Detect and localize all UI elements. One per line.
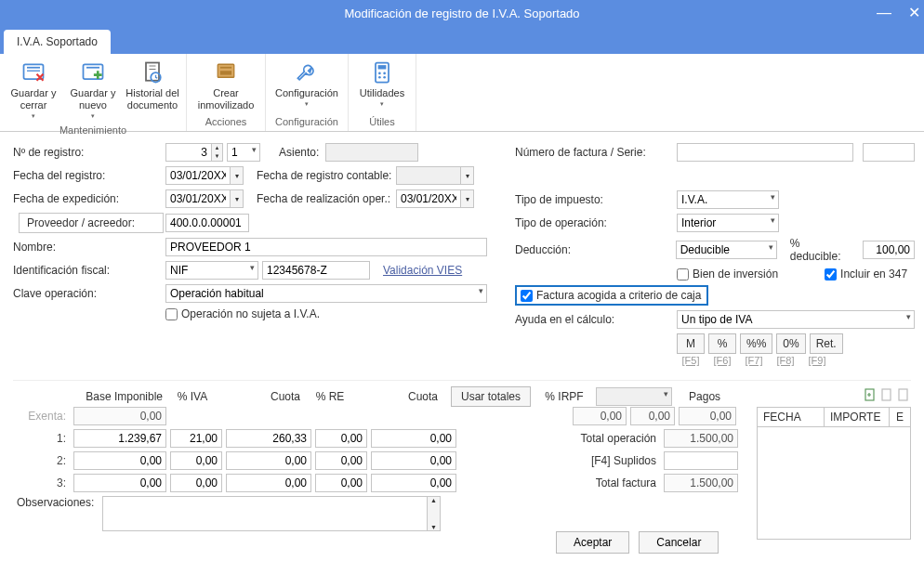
fecha-registro-date[interactable]: ▾ <box>165 166 244 185</box>
total-fact-label: Total factura <box>556 476 664 489</box>
ident-fiscal-num-input[interactable] <box>262 261 370 280</box>
add-page-icon[interactable] <box>863 387 878 402</box>
bien-inversion-checkbox[interactable]: Bien de inversión <box>677 267 778 280</box>
spin-down-icon[interactable]: ▼ <box>212 152 222 161</box>
suplidos-input[interactable] <box>664 451 738 470</box>
help-pct-button[interactable]: % <box>708 333 736 354</box>
observaciones-textarea[interactable] <box>102 496 428 531</box>
r1-cuota[interactable] <box>226 429 311 448</box>
factura-caja-checkbox[interactable]: Factura acogida a criterio de caja <box>521 289 701 302</box>
utilidades-button[interactable]: Utilidades ▾ <box>354 58 410 111</box>
n-registro-input-b[interactable] <box>227 143 260 162</box>
tipo-oper-select[interactable] <box>677 214 779 232</box>
r3-re[interactable] <box>315 474 367 492</box>
help-pctpct-button[interactable]: %% <box>740 333 772 354</box>
fecha-reg-cont-input[interactable] <box>396 166 461 185</box>
deduccion-select[interactable] <box>676 241 777 259</box>
h-irpf: % IRPF <box>538 390 590 403</box>
calculator-icon <box>369 59 395 85</box>
r1-base[interactable] <box>73 429 166 448</box>
ident-fiscal-tipo-select[interactable] <box>165 261 258 280</box>
historial-button[interactable]: Historial del documento <box>125 58 180 113</box>
aceptar-button[interactable]: Aceptar <box>556 531 629 554</box>
ribbon-group-label: Mantenimiento <box>6 123 180 137</box>
pagos-table-body[interactable] <box>758 427 910 539</box>
n-registro-label: Nº de registro: <box>13 146 165 159</box>
fecha-reg-cont-date[interactable]: ▾ <box>396 166 474 185</box>
help-m-button[interactable]: M <box>677 333 705 354</box>
incluir-347-checkbox[interactable]: Incluir en 347 <box>825 267 907 280</box>
tipo-oper-label: Tipo de operación: <box>515 216 677 229</box>
irpf-c-input <box>679 407 736 425</box>
wrench-icon <box>294 59 320 85</box>
fecha-exp-date[interactable]: ▾ <box>165 189 244 208</box>
proveedor-input[interactable] <box>165 214 249 232</box>
n-registro-input-a[interactable] <box>165 143 212 162</box>
drawer-icon <box>213 59 239 85</box>
fecha-exp-label: Fecha de expedición: <box>13 192 165 205</box>
r1-iva[interactable] <box>170 429 222 448</box>
fecha-registro-label: Fecha del registro: <box>13 169 165 182</box>
fecha-registro-input[interactable] <box>165 166 231 185</box>
r2-cuota[interactable] <box>226 451 311 470</box>
textarea-scroll-icon[interactable]: ▲▼ <box>428 496 441 531</box>
fecha-real-date[interactable]: ▾ <box>396 189 474 208</box>
usar-totales-button[interactable]: Usar totales <box>451 386 531 407</box>
calendar-drop-icon[interactable]: ▾ <box>461 189 474 208</box>
no-sujeta-checkbox[interactable]: Operación no sujeta a I.V.A. <box>165 307 320 320</box>
num-factura-input[interactable] <box>677 143 853 162</box>
validacion-vies-link[interactable]: Validación VIES <box>383 264 462 277</box>
total-oper-input <box>664 429 738 448</box>
clave-oper-select[interactable] <box>165 284 487 303</box>
r2-iva[interactable] <box>170 451 222 470</box>
irpf-type-select[interactable] <box>596 387 672 406</box>
cancelar-button[interactable]: Cancelar <box>639 531 719 554</box>
chevron-down-icon: ▾ <box>32 112 35 120</box>
tab-iva-soportado[interactable]: I.V.A. Soportado <box>4 30 111 54</box>
r1-cuota2[interactable] <box>371 429 456 448</box>
r2-base[interactable] <box>73 451 166 470</box>
r3-iva[interactable] <box>170 474 222 492</box>
asiento-input[interactable] <box>325 143 418 162</box>
pagos-e-header[interactable]: E <box>890 408 910 426</box>
n-registro-spinner[interactable]: ▲▼ <box>165 143 223 162</box>
ayuda-select[interactable] <box>677 310 915 329</box>
no-sujeta-label: Operación no sujeta a I.V.A. <box>181 307 320 320</box>
proveedor-button[interactable]: Proveedor / acreedor: <box>19 213 164 233</box>
pagos-importe-header[interactable]: IMPORTE <box>825 408 890 426</box>
help-0-button[interactable]: 0% <box>776 333 805 354</box>
r1-re[interactable] <box>315 429 367 448</box>
svg-rect-3 <box>84 64 103 79</box>
tipo-imp-select[interactable] <box>677 190 779 209</box>
guardar-cerrar-button[interactable]: Guardar y cerrar ▾ <box>6 58 61 123</box>
spin-up-icon[interactable]: ▲ <box>212 144 222 152</box>
delete-page-icon[interactable] <box>896 387 911 402</box>
configuracion-button[interactable]: Configuración ▾ <box>271 58 342 111</box>
minimize-icon[interactable]: — <box>877 0 891 26</box>
r3-cuota2[interactable] <box>371 474 456 492</box>
r2-re[interactable] <box>315 451 367 470</box>
fecha-exp-input[interactable] <box>165 189 231 208</box>
guardar-nuevo-button[interactable]: Guardar y nuevo ▾ <box>65 58 121 123</box>
exenta-base <box>73 407 166 425</box>
incluir-347-label: Incluir en 347 <box>840 267 907 280</box>
r3-base[interactable] <box>73 474 166 492</box>
serie-input[interactable] <box>863 143 915 162</box>
calendar-drop-icon[interactable]: ▾ <box>231 166 244 185</box>
r3-cuota[interactable] <box>226 474 311 492</box>
edit-page-icon[interactable] <box>879 387 894 402</box>
nombre-input[interactable] <box>165 238 487 256</box>
pagos-fecha-header[interactable]: FECHA <box>758 408 825 426</box>
fecha-real-input[interactable] <box>396 189 461 208</box>
pct-deducible-input[interactable] <box>863 241 915 259</box>
calendar-drop-icon[interactable]: ▾ <box>231 189 244 208</box>
shortcut-f6: [F6] <box>708 355 736 366</box>
help-ret-button[interactable]: Ret. <box>810 333 843 354</box>
crear-inmovilizado-button[interactable]: Crear inmovilizado <box>192 58 259 113</box>
h-re: % RE <box>304 390 356 403</box>
table-row: 3: <box>13 474 543 492</box>
r2-cuota2[interactable] <box>371 451 456 470</box>
calendar-drop-icon[interactable]: ▾ <box>461 166 474 185</box>
pagos-label: Pagos <box>685 390 724 403</box>
close-icon[interactable]: ✕ <box>908 0 920 26</box>
